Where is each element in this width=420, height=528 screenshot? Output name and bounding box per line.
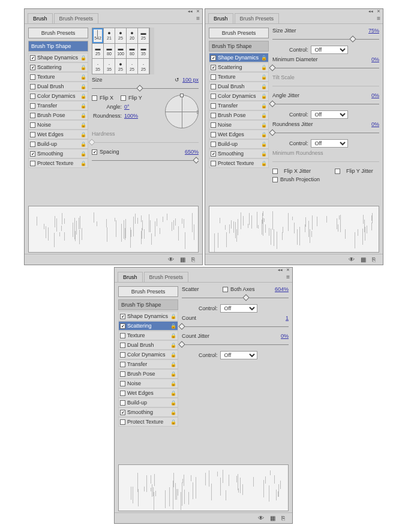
new-preset-icon[interactable]: ⎘ [372, 256, 376, 263]
option-noise[interactable]: Noise🔒 [28, 120, 88, 130]
lock-icon[interactable]: 🔒 [80, 142, 86, 147]
option-checkbox[interactable] [211, 151, 216, 157]
option-transfer[interactable]: Transfer🔒 [118, 359, 178, 369]
preset-grid-icon[interactable]: ▦ [180, 256, 185, 263]
roundness-jitter-control[interactable]: Off [311, 139, 348, 148]
spacing-value[interactable]: 650% [182, 149, 199, 155]
option-color-dynamics[interactable]: Color Dynamics🔒 [209, 91, 269, 101]
option-build-up[interactable]: Build-up🔒 [118, 398, 178, 407]
option-checkbox[interactable] [120, 343, 125, 348]
roundness-value[interactable]: 100% [124, 113, 141, 119]
size-jitter-control[interactable]: Off [311, 46, 348, 54]
scatter-value[interactable]: 604% [272, 286, 289, 292]
brush-swatch[interactable]: ·35 [104, 59, 115, 74]
collapse-icon[interactable]: ◂◂ [188, 9, 193, 13]
option-checkbox[interactable] [211, 142, 216, 147]
lock-icon[interactable]: 🔒 [261, 103, 267, 109]
option-protect-texture[interactable]: Protect Texture🔒 [28, 158, 88, 168]
option-scattering[interactable]: Scattering🔒 [28, 62, 88, 72]
new-preset-icon[interactable]: ⎘ [281, 515, 285, 521]
option-checkbox[interactable] [120, 352, 125, 358]
brush-swatch[interactable]: ●25 [115, 59, 126, 74]
lock-icon[interactable]: 🔒 [170, 400, 176, 406]
option-scattering[interactable]: Scattering🔒 [209, 62, 269, 72]
option-checkbox[interactable] [30, 132, 35, 137]
option-brush-pose[interactable]: Brush Pose🔒 [118, 369, 178, 379]
lock-icon[interactable]: 🔒 [170, 333, 176, 338]
option-checkbox[interactable] [120, 381, 125, 386]
option-texture[interactable]: Texture🔒 [209, 72, 269, 82]
close-icon[interactable]: ✕ [377, 9, 380, 13]
lock-icon[interactable]: 🔒 [170, 381, 176, 386]
toggle-preview-icon[interactable]: 👁 [349, 256, 355, 263]
min-diameter-value[interactable]: 0% [362, 56, 379, 62]
lock-icon[interactable]: 🔒 [261, 122, 267, 128]
option-checkbox[interactable] [30, 113, 35, 118]
tab-brush-presets[interactable]: Brush Presets [54, 13, 99, 23]
lock-icon[interactable]: 🔒 [80, 84, 86, 89]
option-smoothing[interactable]: Smoothing🔒 [209, 149, 269, 158]
option-checkbox[interactable] [120, 323, 125, 329]
lock-icon[interactable]: 🔒 [170, 371, 176, 377]
lock-icon[interactable]: 🔒 [261, 55, 267, 61]
brush-swatch[interactable]: ▬25 [92, 44, 103, 59]
option-texture[interactable]: Texture🔒 [118, 331, 178, 340]
toggle-preview-icon[interactable]: 👁 [258, 515, 264, 521]
option-color-dynamics[interactable]: Color Dynamics🔒 [28, 91, 88, 101]
angle-control[interactable]: ▷ [165, 95, 199, 128]
min-diameter-slider[interactable] [272, 65, 379, 71]
preset-grid-icon[interactable]: ▦ [270, 515, 275, 521]
size-reset-icon[interactable]: ↺ [175, 77, 179, 83]
swatch-scrollbar[interactable] [149, 28, 154, 74]
angle-jitter-control[interactable]: Off [311, 110, 348, 119]
angle-value[interactable]: 0° [124, 104, 141, 110]
brush-swatch[interactable]: ▬80 [127, 44, 137, 59]
option-checkbox[interactable] [211, 103, 216, 109]
flip-y-jitter-checkbox[interactable] [335, 169, 340, 174]
lock-icon[interactable]: 🔒 [170, 362, 176, 367]
count-slider[interactable] [182, 324, 289, 330]
close-icon[interactable]: ✕ [286, 268, 290, 272]
option-checkbox[interactable] [30, 65, 35, 70]
option-checkbox[interactable] [120, 391, 125, 396]
panel-menu-icon[interactable]: ≡ [377, 15, 380, 22]
option-transfer[interactable]: Transfer🔒 [209, 101, 269, 110]
both-axes-checkbox[interactable] [223, 287, 228, 292]
option-checkbox[interactable] [30, 161, 35, 166]
option-checkbox[interactable] [211, 74, 216, 80]
brush-tip-shape[interactable]: Brush Tip Shape [28, 41, 88, 52]
lock-icon[interactable]: 🔒 [261, 74, 267, 80]
brush-presets-button[interactable]: Brush Presets [209, 28, 269, 38]
count-jitter-slider[interactable] [182, 342, 289, 348]
option-smoothing[interactable]: Smoothing🔒 [118, 407, 178, 417]
lock-icon[interactable]: 🔒 [170, 352, 176, 358]
count-jitter-value[interactable]: 0% [272, 333, 289, 339]
lock-icon[interactable]: 🔒 [80, 65, 86, 70]
collapse-icon[interactable]: ◂◂ [278, 268, 283, 272]
brush-swatch[interactable]: ▬80 [104, 44, 115, 59]
preset-grid-icon[interactable]: ▦ [361, 256, 366, 263]
close-icon[interactable]: ✕ [196, 9, 200, 13]
brush-swatch[interactable]: ▬100 [115, 44, 126, 59]
option-checkbox[interactable] [30, 122, 35, 128]
option-texture[interactable]: Texture🔒 [28, 72, 88, 82]
option-checkbox[interactable] [120, 371, 125, 377]
brush-swatch[interactable]: ▬35 [138, 44, 149, 59]
count-value[interactable]: 1 [272, 315, 289, 321]
option-checkbox[interactable] [211, 161, 216, 166]
option-checkbox[interactable] [120, 400, 125, 406]
option-checkbox[interactable] [120, 410, 125, 415]
option-checkbox[interactable] [30, 142, 35, 147]
option-shape-dynamics[interactable]: Shape Dynamics🔒 [28, 53, 88, 62]
lock-icon[interactable]: 🔒 [261, 151, 267, 157]
brush-tip-shape[interactable]: Brush Tip Shape [209, 41, 269, 52]
option-checkbox[interactable] [211, 65, 216, 70]
option-wet-edges[interactable]: Wet Edges🔒 [118, 388, 178, 398]
flip-x-jitter-checkbox[interactable] [272, 169, 278, 174]
option-dual-brush[interactable]: Dual Brush🔒 [209, 82, 269, 91]
lock-icon[interactable]: 🔒 [261, 65, 267, 70]
lock-icon[interactable]: 🔒 [170, 343, 176, 348]
option-checkbox[interactable] [211, 94, 216, 99]
lock-icon[interactable]: 🔒 [170, 391, 176, 396]
lock-icon[interactable]: 🔒 [261, 142, 267, 147]
